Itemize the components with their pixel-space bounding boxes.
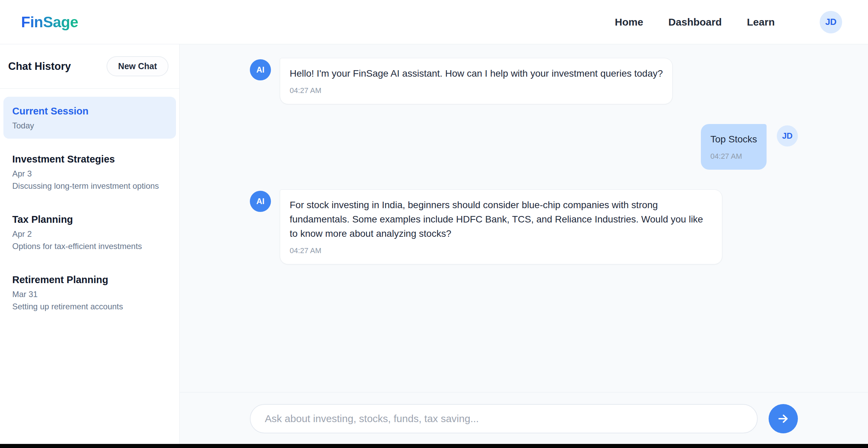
session-date: Apr 3 [12,168,167,179]
top-navbar: FinSage Home Dashboard Learn JD [0,0,868,44]
session-item-investment-strategies[interactable]: Investment Strategies Apr 3 Discussing l… [3,145,176,199]
message-list: AI Hello! I'm your FinSage AI assistant.… [180,44,868,392]
session-title: Current Session [12,104,167,118]
user-message-bubble: Top Stocks 04:27 AM [701,124,767,170]
message-timestamp: 04:27 AM [290,86,663,96]
session-description: Discussing long-term investment options [12,181,167,191]
chat-input[interactable] [250,404,758,433]
composer-area [180,392,868,444]
session-item-tax-planning[interactable]: Tax Planning Apr 2 Options for tax-effic… [3,205,176,259]
session-title: Retirement Planning [12,273,167,287]
arrow-right-icon [776,412,790,426]
nav-links: Home Dashboard Learn JD [615,11,842,33]
brand-logo[interactable]: FinSage [21,14,78,31]
message-row-user: Top Stocks 04:27 AM JD [250,124,798,170]
bottom-black-bar [0,444,868,448]
message-text: Hello! I'm your FinSage AI assistant. Ho… [290,66,663,81]
session-date: Apr 2 [12,229,167,240]
nav-link-home[interactable]: Home [615,16,643,28]
ai-avatar: AI [250,191,271,212]
sidebar-title: Chat History [8,60,71,73]
message-timestamp: 04:27 AM [710,151,757,161]
session-description: Setting up retirement accounts [12,301,167,312]
message-timestamp: 04:27 AM [290,246,712,256]
user-avatar[interactable]: JD [820,11,842,33]
session-list: Current Session Today Investment Strateg… [0,89,179,334]
finsage-app: FinSage Home Dashboard Learn JD Chat His… [0,0,868,448]
session-date: Today [12,120,167,131]
main-layout: Chat History New Chat Current Session To… [0,44,868,444]
ai-message-bubble: For stock investing in India, beginners … [280,189,722,264]
session-title: Investment Strategies [12,152,167,166]
message-text: Top Stocks [710,132,757,146]
session-date: Mar 31 [12,289,167,300]
sidebar-header: Chat History New Chat [0,44,179,89]
nav-link-dashboard[interactable]: Dashboard [669,16,722,28]
user-avatar-small: JD [777,125,798,146]
nav-link-learn[interactable]: Learn [747,16,775,28]
ai-avatar: AI [250,59,271,80]
new-chat-button[interactable]: New Chat [107,56,168,76]
session-item-retirement-planning[interactable]: Retirement Planning Mar 31 Setting up re… [3,265,176,320]
chat-panel: AI Hello! I'm your FinSage AI assistant.… [180,44,868,444]
message-row-ai: AI Hello! I'm your FinSage AI assistant.… [250,58,798,104]
chat-history-sidebar: Chat History New Chat Current Session To… [0,44,180,444]
session-title: Tax Planning [12,213,167,226]
session-item-current[interactable]: Current Session Today [3,97,176,139]
message-row-ai: AI For stock investing in India, beginne… [250,189,798,264]
message-text: For stock investing in India, beginners … [290,198,712,241]
send-button[interactable] [769,404,798,433]
ai-message-bubble: Hello! I'm your FinSage AI assistant. Ho… [280,58,673,104]
session-description: Options for tax-efficient investments [12,241,167,252]
